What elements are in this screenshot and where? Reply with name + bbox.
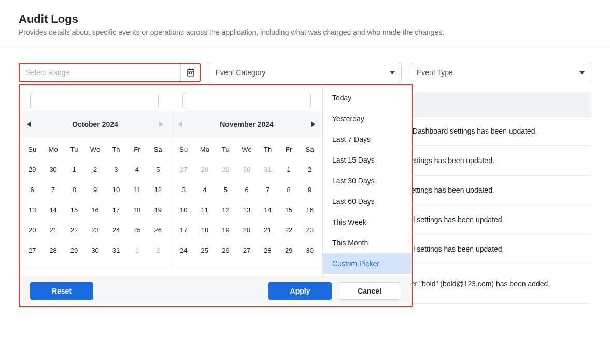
calendar-day[interactable]: 28	[42, 240, 63, 260]
calendar-day[interactable]: 20	[236, 220, 258, 240]
calendar-day[interactable]: 1	[126, 240, 147, 260]
end-date-input[interactable]	[182, 93, 311, 108]
calendar-day[interactable]: 16	[84, 200, 105, 220]
calendar-day[interactable]: 30	[236, 159, 258, 180]
calendar-day[interactable]: 19	[215, 220, 236, 240]
calendar-day[interactable]: 26	[215, 240, 236, 260]
calendar-day[interactable]: 5	[148, 159, 168, 180]
calendar-day[interactable]: 6	[236, 180, 258, 200]
calendar-day[interactable]: 17	[173, 220, 194, 240]
calendar-day[interactable]: 23	[84, 220, 105, 240]
page-subtitle: Provides details about specific events o…	[19, 28, 591, 36]
calendar-day[interactable]: 24	[106, 220, 126, 240]
preset-item[interactable]: Last 60 Days	[323, 191, 412, 212]
calendar-day[interactable]: 30	[84, 240, 105, 260]
calendar-day[interactable]: 3	[106, 159, 126, 180]
start-date-input[interactable]	[30, 93, 159, 108]
calendar-day[interactable]: 16	[299, 200, 320, 220]
calendar-day[interactable]: 27	[236, 240, 258, 260]
calendar-day[interactable]: 4	[194, 180, 216, 200]
calendar-day[interactable]: 8	[278, 180, 300, 200]
calendar-button[interactable]	[180, 64, 195, 81]
calendar-day[interactable]: 2	[299, 159, 320, 180]
preset-item[interactable]: Yesterday	[323, 108, 412, 129]
calendar-day[interactable]: 21	[257, 220, 278, 240]
reset-button[interactable]: Reset	[30, 282, 93, 300]
calendar-day[interactable]: 7	[257, 180, 278, 200]
calendar-day[interactable]: 11	[194, 200, 216, 220]
preset-item[interactable]: Last 30 Days	[323, 170, 412, 191]
calendar-day[interactable]: 10	[173, 200, 194, 220]
calendar-day[interactable]: 9	[299, 180, 320, 200]
calendar-day[interactable]: 17	[106, 200, 126, 220]
calendar-day[interactable]: 27	[22, 240, 42, 260]
dow-label: Su	[173, 139, 194, 159]
calendar-day[interactable]: 2	[148, 240, 168, 260]
cancel-button[interactable]: Cancel	[338, 282, 401, 300]
calendar-day[interactable]: 31	[106, 240, 126, 260]
calendar-day[interactable]: 1	[278, 159, 300, 180]
preset-item[interactable]: Last 15 Days	[323, 150, 412, 170]
dow-label: Fr	[278, 139, 300, 159]
calendar-day[interactable]: 15	[278, 200, 300, 220]
calendar-day[interactable]: 29	[215, 159, 236, 180]
apply-button[interactable]: Apply	[268, 282, 332, 300]
calendar-day[interactable]: 3	[173, 180, 194, 200]
calendar-day[interactable]: 14	[42, 200, 63, 220]
calendar-day[interactable]: 28	[257, 240, 278, 260]
calendar-day[interactable]: 30	[42, 159, 63, 180]
calendar-day[interactable]: 11	[126, 180, 147, 200]
calendar-day[interactable]: 26	[148, 220, 168, 240]
calendar-day[interactable]: 13	[236, 200, 258, 220]
calendar-day[interactable]: 6	[22, 180, 42, 200]
calendar-day[interactable]: 1	[64, 159, 84, 180]
calendar-day[interactable]: 27	[173, 159, 194, 180]
date-range-field[interactable]: Select Range	[19, 63, 201, 82]
date-range-placeholder: Select Range	[26, 68, 69, 77]
event-type-label: Event Type	[417, 68, 453, 77]
calendar-day[interactable]: 4	[126, 159, 147, 180]
calendar-day[interactable]: 19	[148, 200, 168, 220]
calendar-day[interactable]: 12	[148, 180, 168, 200]
calendar-day[interactable]: 2	[84, 159, 105, 180]
event-type-dropdown[interactable]: Event Type	[410, 63, 591, 82]
calendar-day[interactable]: 28	[194, 159, 216, 180]
event-category-label: Event Category	[216, 68, 266, 77]
calendar-day[interactable]: 8	[64, 180, 84, 200]
dow-label: Mo	[42, 139, 63, 159]
calendar-day[interactable]: 18	[194, 220, 216, 240]
calendar-day[interactable]: 25	[194, 240, 216, 260]
preset-item[interactable]: This Month	[323, 232, 412, 253]
calendar-day[interactable]: 18	[126, 200, 147, 220]
preset-item[interactable]: Custom Picker	[323, 253, 412, 274]
calendar-day[interactable]: 31	[257, 159, 278, 180]
next-month-button[interactable]	[311, 121, 315, 127]
calendar-icon	[186, 68, 195, 77]
calendar-day[interactable]: 9	[84, 180, 105, 200]
preset-item[interactable]: This Week	[323, 212, 412, 232]
calendar-day[interactable]: 12	[215, 200, 236, 220]
calendar-day[interactable]: 22	[278, 220, 300, 240]
preset-item[interactable]: Today	[323, 88, 412, 108]
calendar-day[interactable]: 21	[42, 220, 63, 240]
calendar-day[interactable]: 24	[173, 240, 194, 260]
calendar-day[interactable]: 5	[215, 180, 236, 200]
event-category-dropdown[interactable]: Event Category	[209, 63, 402, 82]
calendar-day[interactable]: 15	[64, 200, 84, 220]
calendar-day[interactable]: 13	[22, 200, 42, 220]
prev-month-button[interactable]	[27, 121, 31, 127]
preset-item[interactable]: Last 7 Days	[323, 129, 412, 150]
calendar-day[interactable]: 30	[299, 240, 320, 260]
calendar-day[interactable]: 29	[64, 240, 84, 260]
calendar-left: October 2024 SuMoTuWeThFrSa2930123456789…	[20, 111, 171, 266]
calendar-day[interactable]: 29	[22, 159, 42, 180]
calendar-day[interactable]: 20	[22, 220, 42, 240]
cell-summary: board settings has been updated.	[387, 156, 581, 165]
calendar-day[interactable]: 29	[278, 240, 300, 260]
calendar-day[interactable]: 14	[257, 200, 278, 220]
calendar-day[interactable]: 10	[106, 180, 126, 200]
calendar-day[interactable]: 7	[42, 180, 63, 200]
calendar-day[interactable]: 22	[64, 220, 84, 240]
calendar-day[interactable]: 25	[126, 220, 147, 240]
calendar-day[interactable]: 23	[299, 220, 320, 240]
